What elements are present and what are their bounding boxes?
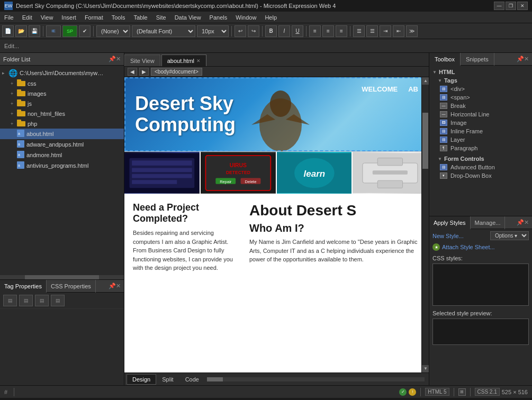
toolbox-item-dropdown[interactable]: ▾ Drop-Down Box — [429, 171, 532, 180]
maximize-button[interactable]: ❐ — [506, 2, 516, 10]
check-button[interactable]: ✔ — [79, 25, 91, 37]
list-ul-button[interactable]: ☰ — [353, 25, 365, 37]
menu-file[interactable]: File — [0, 12, 18, 23]
tab-apply-styles[interactable]: Apply Styles — [429, 216, 471, 229]
bottom-scroll-thumb — [207, 377, 223, 381]
tab-manage[interactable]: Manage... — [471, 216, 506, 229]
toolbox-pin[interactable]: 📌✕ — [513, 56, 532, 62]
menu-view[interactable]: View — [37, 12, 58, 23]
align-right-button[interactable]: ≡ — [336, 25, 347, 37]
toolbox-item-div[interactable]: ▤ <div> — [429, 85, 532, 93]
toolbox-item-iframe[interactable]: ▤ Inline Frame — [429, 127, 532, 135]
tag-icon-btn-3[interactable]: ▤ — [35, 295, 49, 306]
folder-item-antivirus[interactable]: a antivirus_programs.html — [0, 160, 124, 171]
menu-dataview[interactable]: Data View — [170, 12, 205, 23]
scroll-down-arrow[interactable]: ▼ — [422, 365, 429, 372]
menu-table[interactable]: Table — [129, 12, 151, 23]
toolbox-item-layer[interactable]: ▤ Layer — [429, 135, 532, 144]
toolbox-item-image[interactable]: 🖼 Image — [429, 119, 532, 127]
toolbox-html-header[interactable]: ▼ HTML — [429, 68, 532, 76]
tab-site-view[interactable]: Site View — [124, 54, 160, 66]
toolbox-item-paragraph[interactable]: ¶ Paragraph — [429, 144, 532, 152]
attach-style-link[interactable]: Attach Style Sheet... — [442, 244, 495, 250]
menu-insert[interactable]: Insert — [57, 12, 80, 23]
folder-list-pin[interactable]: 📌✕ — [109, 56, 121, 62]
menu-help[interactable]: Help — [260, 12, 281, 23]
folder-item-root[interactable]: ▸ 🌐 C:\Users\Jim\Documents\mywebsites\de — [0, 68, 124, 78]
menu-panels[interactable]: Panels — [205, 12, 232, 23]
list-ol-button[interactable]: ☰ — [366, 25, 378, 37]
breadcrumb-back[interactable]: ◀ — [128, 68, 137, 76]
scroll-track[interactable] — [422, 85, 429, 365]
folder-item-images[interactable]: + images — [0, 88, 124, 98]
apply-styles-pin[interactable]: 📌✕ — [513, 219, 532, 226]
indent-button[interactable]: ⇥ — [380, 25, 391, 37]
tab-css-properties[interactable]: CSS Properties — [47, 280, 96, 293]
folder-list-title: Folder List — [3, 56, 30, 62]
nav-ab[interactable]: AB — [408, 85, 418, 93]
preview-button[interactable]: IE — [46, 25, 61, 37]
tag-panel-pin[interactable]: 📌✕ — [105, 283, 124, 289]
tab-design[interactable]: Design — [127, 374, 156, 385]
toolbox-item-span[interactable]: ▤ <span> — [429, 93, 532, 102]
tab-split[interactable]: Split — [156, 374, 179, 385]
more-button[interactable]: ≫ — [406, 25, 418, 37]
folder-tree[interactable]: ▸ 🌐 C:\Users\Jim\Documents\mywebsites\de… — [0, 66, 124, 275]
view-mode-icon: ⊞ — [458, 388, 466, 396]
menu-tools[interactable]: Tools — [107, 12, 130, 23]
window-controls[interactable]: — ❐ ✕ — [494, 2, 528, 10]
font-dropdown[interactable]: (Default Font) — [132, 25, 195, 37]
outdent-button[interactable]: ⇤ — [393, 25, 404, 37]
menu-format[interactable]: Format — [80, 12, 107, 23]
close-button[interactable]: ✕ — [517, 2, 528, 10]
new-style-link[interactable]: New Style... — [432, 233, 464, 239]
toolbox-item-break[interactable]: — Break — [429, 102, 532, 110]
page-tab-close[interactable]: ✕ — [196, 58, 201, 63]
minimize-button[interactable]: — — [494, 2, 504, 10]
italic-button[interactable]: I — [278, 25, 290, 37]
align-left-button[interactable]: ≡ — [309, 25, 321, 37]
tag-icon-btn-1[interactable]: ▤ — [3, 295, 17, 306]
folder-item-css[interactable]: + css — [0, 78, 124, 88]
folder-scroll[interactable] — [0, 275, 124, 279]
tab-tag-properties[interactable]: Tag Properties — [0, 280, 47, 293]
toolbox-item-advanced-button[interactable]: ▤ Advanced Button — [429, 163, 532, 171]
div-icon: ▤ — [440, 86, 447, 92]
style-dropdown[interactable]: (None) — [96, 25, 130, 37]
new-button[interactable]: 📄 — [2, 25, 14, 37]
menu-window[interactable]: Window — [231, 12, 260, 23]
save-button[interactable]: 💾 — [29, 25, 40, 37]
folder-item-andmore[interactable]: a andmore.html — [0, 150, 124, 160]
tab-code[interactable]: Code — [179, 374, 205, 385]
align-center-button[interactable]: ≡ — [322, 25, 334, 37]
options-dropdown[interactable]: Options ▾ — [490, 231, 529, 240]
tab-about-html[interactable]: about.html ✕ — [161, 54, 206, 66]
open-button[interactable]: 📂 — [15, 25, 27, 37]
toolbox-item-hr[interactable]: — Horizontal Line — [429, 110, 532, 119]
size-dropdown[interactable]: 10px — [197, 25, 229, 37]
tab-snippets[interactable]: Snippets — [461, 53, 494, 66]
bold-button[interactable]: B — [265, 25, 277, 37]
web-vertical-scroll[interactable]: ▲ ▼ — [421, 77, 429, 372]
folder-item-adware[interactable]: a adware_andpups.html — [0, 139, 124, 150]
toolbox-tags-header[interactable]: ▼ Tags — [429, 76, 532, 85]
underline-button[interactable]: U — [292, 25, 303, 37]
folder-item-nonhtml[interactable]: + non_html_files — [0, 108, 124, 119]
breadcrumb-tag[interactable]: <body#document> — [151, 68, 202, 76]
bottom-scroll-track[interactable] — [207, 377, 425, 381]
tag-icon-btn-2[interactable]: ▤ — [19, 295, 33, 306]
folder-item-php[interactable]: + php — [0, 119, 124, 129]
nav-welcome[interactable]: WELCOME — [362, 85, 398, 93]
sp-button[interactable]: SP — [62, 25, 77, 37]
folder-item-about[interactable]: a about.html — [0, 129, 124, 139]
tab-toolbox[interactable]: Toolbox — [429, 53, 461, 66]
redo-button[interactable]: ↪ — [248, 25, 259, 37]
toolbox-form-header[interactable]: ▼ Form Controls — [429, 154, 532, 163]
menu-edit[interactable]: Edit — [18, 12, 37, 23]
folder-item-js[interactable]: + js — [0, 98, 124, 108]
scroll-up-arrow[interactable]: ▲ — [422, 77, 429, 85]
tag-icon-btn-4[interactable]: ▤ — [51, 295, 65, 306]
undo-button[interactable]: ↩ — [235, 25, 246, 37]
breadcrumb-forward[interactable]: ▶ — [139, 68, 149, 76]
menu-site[interactable]: Site — [152, 12, 170, 23]
